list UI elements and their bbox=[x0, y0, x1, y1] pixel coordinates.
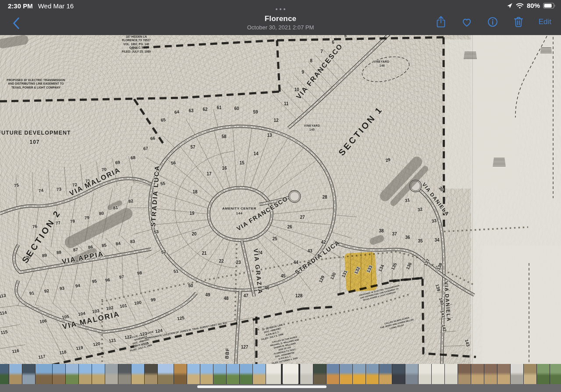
annotation-text: 187 HIDDEN LN bbox=[126, 35, 147, 38]
lot-number: 55 bbox=[160, 181, 166, 186]
filmstrip-thumbnail[interactable] bbox=[253, 364, 266, 384]
lot-number: 127 bbox=[241, 345, 249, 349]
filmstrip-thumbnail[interactable] bbox=[340, 364, 352, 384]
filmstrip-thumbnail[interactable] bbox=[105, 364, 118, 384]
filmstrip-thumbnail[interactable] bbox=[145, 364, 157, 384]
filmstrip-thumbnail[interactable] bbox=[0, 364, 9, 384]
lot-number: 29 bbox=[385, 157, 391, 163]
lot-number: 85 bbox=[101, 242, 107, 248]
filmstrip-thumbnail[interactable] bbox=[92, 364, 105, 384]
lot-number: 6 bbox=[332, 40, 334, 45]
lot-number: 7 bbox=[320, 49, 323, 54]
filmstrip-thumbnail[interactable] bbox=[240, 364, 252, 384]
filmstrip-thumbnail[interactable] bbox=[174, 364, 187, 384]
filmstrip-thumbnail[interactable] bbox=[497, 364, 510, 384]
filmstrip-thumbnail[interactable] bbox=[53, 364, 65, 384]
filmstrip-thumbnail[interactable] bbox=[9, 364, 22, 384]
edit-button[interactable]: Edit bbox=[539, 18, 551, 26]
lot-number: 117 bbox=[38, 354, 46, 360]
filmstrip-thumbnail[interactable] bbox=[353, 364, 366, 384]
filmstrip-thumbnail[interactable] bbox=[158, 364, 174, 384]
lot-number: 78 bbox=[70, 218, 75, 224]
filmstrip-thumbnail[interactable] bbox=[366, 364, 379, 384]
filmstrip-thumbnail[interactable] bbox=[66, 364, 78, 384]
lot-number: 88 bbox=[56, 249, 62, 255]
filmstrip-thumbnail[interactable] bbox=[79, 364, 92, 384]
filmstrip-thumbnail[interactable] bbox=[131, 364, 144, 384]
filmstrip-thumbnail[interactable] bbox=[405, 364, 418, 384]
tree-smudge bbox=[369, 234, 385, 246]
filmstrip-thumbnail[interactable] bbox=[419, 364, 431, 384]
lot-number: 46 bbox=[264, 285, 270, 290]
lot-number: 102 bbox=[106, 305, 114, 311]
filmstrip-thumbnail[interactable] bbox=[484, 364, 497, 384]
filmstrip-thumbnail[interactable] bbox=[200, 364, 213, 384]
filmstrip-thumbnail-selected[interactable] bbox=[283, 364, 298, 384]
lot-number: 86 bbox=[88, 244, 93, 250]
filmstrip-thumbnail[interactable] bbox=[458, 364, 471, 384]
filmstrip-thumbnail[interactable] bbox=[22, 364, 35, 384]
filmstrip-thumbnail[interactable] bbox=[327, 364, 339, 384]
tree-smudge bbox=[0, 35, 29, 49]
filmstrip-thumbnail[interactable] bbox=[379, 364, 392, 384]
micro-text-block bbox=[464, 56, 476, 56]
lot-number: 61 bbox=[217, 105, 222, 110]
micro-text-block bbox=[464, 54, 476, 55]
lot-number: 128 bbox=[295, 293, 303, 298]
lot-number: 47 bbox=[243, 293, 249, 298]
lot-number: 65 bbox=[160, 117, 166, 123]
lot-number: 42 bbox=[321, 240, 326, 245]
lot-number: 125 bbox=[177, 315, 185, 321]
share-icon[interactable] bbox=[435, 16, 447, 28]
filmstrip-thumbnail[interactable] bbox=[550, 364, 561, 384]
filmstrip-thumbnail[interactable] bbox=[524, 364, 536, 384]
filmstrip-thumbnail[interactable] bbox=[432, 364, 444, 384]
lot-number: 138 bbox=[436, 262, 443, 271]
map-label: FUTURE DEVELOPMENT bbox=[0, 130, 71, 136]
micro-text-block bbox=[464, 58, 477, 59]
map-label: 145 bbox=[309, 128, 315, 131]
filmstrip-thumbnail[interactable] bbox=[511, 364, 523, 384]
lot-number: 84 bbox=[115, 241, 121, 246]
filmstrip-thumbnail[interactable] bbox=[227, 364, 239, 384]
lot-number: 35 bbox=[418, 239, 423, 243]
lot-number: 119 bbox=[76, 345, 84, 351]
lot-number: 63 bbox=[188, 108, 194, 113]
trash-icon[interactable] bbox=[513, 16, 524, 28]
lot-number: 93 bbox=[59, 285, 65, 291]
status-bar: 2:30 PMWed Mar 16 80% bbox=[0, 0, 561, 11]
filmstrip-thumbnail[interactable] bbox=[471, 364, 484, 384]
photo-plat-map[interactable]: 187 HIDDEN LNFLORENCE,TX 76527VOL. 1802,… bbox=[0, 35, 561, 364]
filmstrip-thumbnail[interactable] bbox=[213, 364, 226, 384]
back-button[interactable] bbox=[11, 17, 23, 30]
micro-text-block bbox=[494, 159, 504, 160]
lot-number: 16 bbox=[222, 166, 227, 171]
lot-number: 56 bbox=[170, 160, 176, 166]
lot-number: 9 bbox=[302, 70, 304, 75]
lot-number: 31 bbox=[405, 197, 410, 203]
multitasking-dots-icon[interactable] bbox=[0, 4, 561, 12]
filmstrip-thumbnail[interactable] bbox=[36, 364, 52, 384]
lot-number: 120 bbox=[92, 341, 101, 347]
filmstrip-thumbnail[interactable] bbox=[266, 364, 281, 384]
lot-number: 11 bbox=[284, 101, 289, 106]
filmstrip-thumbnail[interactable] bbox=[313, 364, 326, 384]
lot-number: 15 bbox=[239, 160, 245, 165]
filmstrip-thumbnail[interactable] bbox=[445, 364, 458, 384]
home-indicator[interactable] bbox=[197, 385, 327, 388]
favorite-heart-icon[interactable] bbox=[461, 16, 472, 28]
lot-number: 74 bbox=[38, 188, 44, 193]
filmstrip-thumbnail[interactable] bbox=[537, 364, 550, 384]
micro-text-block bbox=[465, 53, 476, 53]
lot-number: 118 bbox=[59, 349, 67, 355]
lot-number: 33 bbox=[431, 218, 437, 224]
micro-text-block bbox=[541, 49, 551, 49]
lot-number: 23 bbox=[236, 260, 241, 265]
lot-number: 8 bbox=[310, 58, 312, 63]
info-icon[interactable] bbox=[487, 16, 498, 28]
lot-number: 94 bbox=[75, 283, 81, 289]
filmstrip-thumbnail[interactable] bbox=[300, 364, 313, 384]
filmstrip-thumbnail[interactable] bbox=[118, 364, 131, 384]
filmstrip-thumbnail[interactable] bbox=[392, 364, 405, 384]
filmstrip-thumbnail[interactable] bbox=[187, 364, 200, 384]
